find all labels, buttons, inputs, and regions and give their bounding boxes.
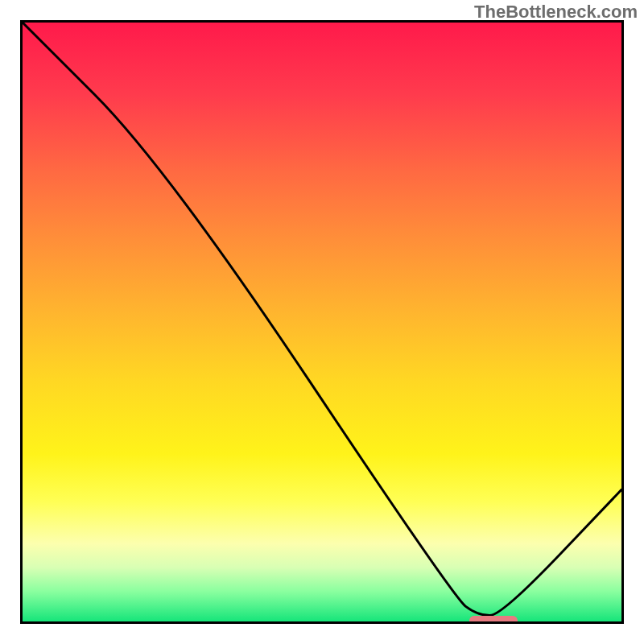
chart-container: TheBottleneck.com [0,0,644,644]
optimal-marker [469,616,518,625]
chart-overlay [23,23,621,621]
plot-area [20,20,624,624]
bottleneck-curve-path [23,23,621,616]
watermark-text: TheBottleneck.com [474,2,638,23]
